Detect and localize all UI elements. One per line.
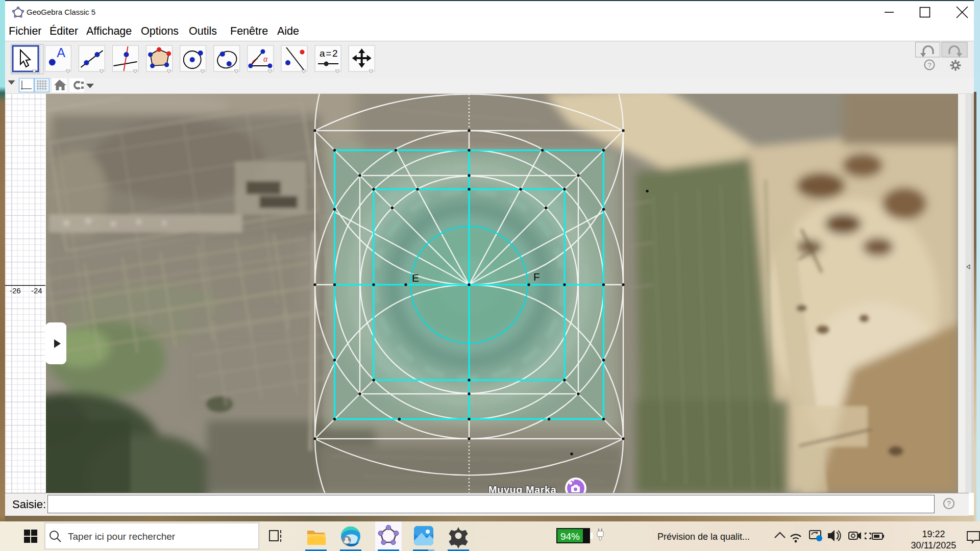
svg-text:-24: -24 — [31, 286, 42, 295]
svg-text:Prévision de la qualit...: Prévision de la qualit... — [657, 532, 750, 542]
svg-text:30/11/2025: 30/11/2025 — [911, 540, 957, 550]
svg-text:F: F — [533, 271, 540, 283]
svg-text:α: α — [263, 55, 268, 63]
svg-text:E: E — [412, 272, 419, 284]
svg-text:-26: -26 — [10, 286, 21, 295]
svg-text:?: ? — [927, 61, 931, 69]
svg-text:94%: 94% — [560, 531, 580, 542]
svg-text:Muyuq Marka: Muyuq Marka — [488, 484, 557, 493]
svg-text:a = 2: a = 2 — [320, 48, 337, 59]
svg-text:?: ? — [947, 499, 951, 508]
svg-text:Taper ici pour rechercher: Taper ici pour rechercher — [68, 531, 176, 542]
svg-text:19:22: 19:22 — [922, 529, 945, 539]
svg-text:A: A — [57, 45, 65, 60]
